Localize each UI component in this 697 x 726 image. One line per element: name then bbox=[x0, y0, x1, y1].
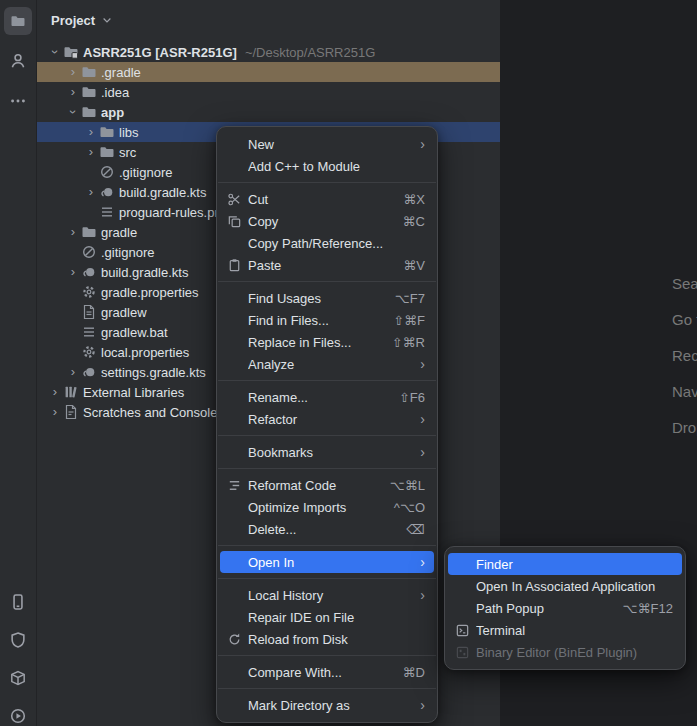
menu-item-shortcut: ⌘X bbox=[403, 192, 425, 207]
menu-item-rename[interactable]: Rename...⇧F6 bbox=[220, 386, 434, 408]
menu-item-shortcut: ⇧⌘F bbox=[393, 313, 425, 328]
folder-icon bbox=[81, 84, 99, 100]
menu-item-local-history[interactable]: Local History› bbox=[220, 584, 434, 606]
editor-tip: Navigation Bar bbox=[672, 374, 697, 410]
collapsed-chevron-icon[interactable]: › bbox=[65, 63, 81, 81]
menu-item-terminal[interactable]: Terminal bbox=[448, 619, 682, 641]
menu-item-copy-path-reference[interactable]: Copy Path/Reference... bbox=[220, 232, 434, 254]
tree-row-idea[interactable]: ›.idea bbox=[37, 82, 500, 102]
collapsed-chevron-icon[interactable]: › bbox=[83, 143, 99, 161]
tree-row-label: local.properties bbox=[101, 345, 189, 360]
menu-item-label: Local History bbox=[248, 588, 412, 603]
tree-row-label: gradlew.bat bbox=[101, 325, 168, 340]
paste-icon bbox=[225, 258, 243, 273]
play-icon[interactable] bbox=[4, 702, 32, 726]
reformat-icon bbox=[225, 478, 243, 493]
menu-item-copy[interactable]: Copy⌘C bbox=[220, 210, 434, 232]
folder-icon bbox=[99, 124, 117, 140]
menu-item-shortcut: ⌥⌘L bbox=[390, 478, 425, 493]
menu-item-shortcut: ⇧F6 bbox=[399, 390, 425, 405]
menu-item-label: Mark Directory as bbox=[248, 698, 412, 713]
collapsed-chevron-icon[interactable]: › bbox=[47, 383, 63, 401]
submenu-arrow-icon: › bbox=[420, 588, 425, 602]
expanded-chevron-icon[interactable]: › bbox=[46, 44, 64, 60]
refresh-icon bbox=[225, 632, 243, 647]
menu-item-label: Terminal bbox=[476, 623, 673, 638]
menu-item-find-in-files[interactable]: Find in Files...⇧⌘F bbox=[220, 309, 434, 331]
menu-item-finder[interactable]: Finder bbox=[448, 553, 682, 575]
menu-separator bbox=[218, 468, 436, 469]
terminal-icon bbox=[453, 623, 471, 638]
collapsed-chevron-icon[interactable]: › bbox=[47, 403, 63, 421]
menu-item-cut[interactable]: Cut⌘X bbox=[220, 188, 434, 210]
editor-tip: Go to File bbox=[672, 302, 697, 338]
expanded-chevron-icon[interactable]: › bbox=[64, 104, 82, 120]
profile-icon[interactable] bbox=[4, 47, 32, 75]
shield-icon[interactable] bbox=[4, 626, 32, 654]
libraries-icon bbox=[63, 384, 81, 400]
menu-item-reformat-code[interactable]: Reformat Code⌥⌘L bbox=[220, 474, 434, 496]
menu-separator bbox=[218, 182, 436, 183]
tree-row-app[interactable]: ›app bbox=[37, 102, 500, 122]
activity-bar-bottom bbox=[0, 588, 36, 726]
tree-row-label: gradlew bbox=[101, 305, 147, 320]
running-devices-icon[interactable] bbox=[4, 588, 32, 616]
menu-item-open-in-associated-application[interactable]: Open In Associated Application bbox=[448, 575, 682, 597]
tree-row-annotation: ~/Desktop/ASRR251G bbox=[245, 45, 375, 60]
menu-item-add-c-to-module[interactable]: Add C++ to Module bbox=[220, 155, 434, 177]
tree-row-asrr251g-asr-r251g[interactable]: ›ASRR251G [ASR-R251G]~/Desktop/ASRR251G bbox=[37, 42, 500, 62]
menu-item-open-in[interactable]: Open In› bbox=[220, 551, 434, 573]
menu-item-shortcut: ⌘V bbox=[403, 258, 425, 273]
submenu-arrow-icon: › bbox=[420, 357, 425, 371]
menu-item-compare-with[interactable]: Compare With...⌘D bbox=[220, 661, 434, 683]
submenu-arrow-icon: › bbox=[420, 412, 425, 426]
tree-row-label: gradle bbox=[101, 225, 137, 240]
menu-item-paste[interactable]: Paste⌘V bbox=[220, 254, 434, 276]
menu-item-new[interactable]: New› bbox=[220, 133, 434, 155]
menu-item-bookmarks[interactable]: Bookmarks› bbox=[220, 441, 434, 463]
collapsed-chevron-icon[interactable]: › bbox=[65, 263, 81, 281]
submenu-arrow-icon: › bbox=[420, 698, 425, 712]
menu-item-shortcut: ⇧⌘R bbox=[392, 335, 425, 350]
menu-item-label: Copy bbox=[248, 214, 389, 229]
tree-row-label: .gitignore bbox=[119, 165, 172, 180]
folder-icon bbox=[81, 224, 99, 240]
menu-item-repair-ide-on-file[interactable]: Repair IDE on File bbox=[220, 606, 434, 628]
tree-row-label: External Libraries bbox=[83, 385, 184, 400]
activity-bar bbox=[0, 0, 37, 726]
collapsed-chevron-icon[interactable]: › bbox=[65, 83, 81, 101]
menu-item-reload-from-disk[interactable]: Reload from Disk bbox=[220, 628, 434, 650]
gradle-icon bbox=[81, 264, 99, 280]
menu-item-label: Open In bbox=[248, 555, 412, 570]
collapsed-chevron-icon[interactable]: › bbox=[83, 183, 99, 201]
menu-separator bbox=[218, 435, 436, 436]
device-explorer-icon[interactable] bbox=[4, 664, 32, 692]
menu-item-optimize-imports[interactable]: Optimize Imports^⌥O bbox=[220, 496, 434, 518]
menu-item-label: New bbox=[248, 137, 412, 152]
menu-item-path-popup[interactable]: Path Popup⌥⌘F12 bbox=[448, 597, 682, 619]
menu-item-find-usages[interactable]: Find Usages⌥F7 bbox=[220, 287, 434, 309]
collapsed-chevron-icon[interactable]: › bbox=[65, 363, 81, 381]
doc-icon bbox=[81, 304, 99, 320]
tree-row-label: .gitignore bbox=[101, 245, 154, 260]
tree-row-label: build.gradle.kts bbox=[101, 265, 188, 280]
more-tools-icon[interactable] bbox=[4, 87, 32, 115]
collapsed-chevron-icon[interactable]: › bbox=[83, 123, 99, 141]
menu-item-replace-in-files[interactable]: Replace in Files...⇧⌘R bbox=[220, 331, 434, 353]
menu-item-analyze[interactable]: Analyze› bbox=[220, 353, 434, 375]
tree-row-gradle[interactable]: ›.gradle bbox=[37, 62, 500, 82]
project-panel-header[interactable]: Project bbox=[37, 0, 500, 40]
menu-item-mark-directory-as[interactable]: Mark Directory as› bbox=[220, 694, 434, 716]
menu-item-delete[interactable]: Delete...⌫ bbox=[220, 518, 434, 540]
gradle-icon bbox=[81, 364, 99, 380]
menu-item-refactor[interactable]: Refactor› bbox=[220, 408, 434, 430]
project-icon bbox=[63, 44, 81, 60]
menu-item-shortcut: ⌥⌘F12 bbox=[623, 601, 673, 616]
tree-row-label: Scratches and Consoles bbox=[83, 405, 224, 420]
editor-tip: Search Everywhere bbox=[672, 266, 697, 302]
menu-item-label: Paste bbox=[248, 258, 389, 273]
submenu-arrow-icon: › bbox=[420, 445, 425, 459]
project-tool-icon[interactable] bbox=[4, 7, 32, 35]
collapsed-chevron-icon[interactable]: › bbox=[65, 223, 81, 241]
menu-item-label: Open In Associated Application bbox=[476, 579, 673, 594]
